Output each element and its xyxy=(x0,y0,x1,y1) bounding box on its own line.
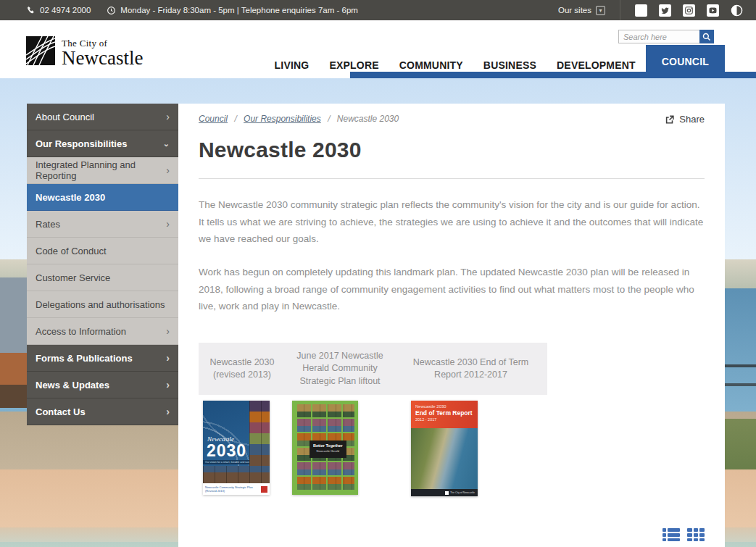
sidebar-item-delegations[interactable]: Delegations and authorisations xyxy=(27,291,178,318)
cover2-badge: Better Together Newcastle Herald xyxy=(310,440,346,458)
cover3-logo xyxy=(445,491,449,495)
cover3-aerial-photo xyxy=(411,428,478,489)
chevron-right-icon: › xyxy=(166,219,170,229)
sidebar-item-access-to-information[interactable]: Access to Information› xyxy=(27,318,178,345)
column-header-3: Newcastle 2030 End of Term Report 2012-2… xyxy=(394,343,547,396)
sidebar-item-news-updates[interactable]: News & Updates› xyxy=(27,372,178,398)
sidebar-item-our-responsibilities[interactable]: Our Responsibilities⌄ xyxy=(27,130,178,157)
topbar-right: Our sites ▾ xyxy=(558,0,756,20)
page-title: Newcastle 2030 xyxy=(199,138,705,162)
grid-view-icon[interactable] xyxy=(687,528,705,541)
sidebar-item-rates[interactable]: Rates› xyxy=(27,211,178,238)
twitter-icon[interactable] xyxy=(659,4,671,17)
documents-covers-row: Newcastle 2030 Our vision for a smart, l… xyxy=(199,401,547,509)
paragraph-1: The Newcastle 2030 community strategic p… xyxy=(199,196,705,248)
contrast-toggle-icon[interactable] xyxy=(731,4,743,17)
column-header-1: Newcastle 2030 (revised 2013) xyxy=(199,343,286,396)
divider xyxy=(620,0,620,20)
site-header: The City of Newcastle LIVING EXPLORE COM… xyxy=(0,20,756,78)
cover1-photo-strip xyxy=(249,401,270,466)
cover1-logo xyxy=(261,486,267,493)
sidebar-item-forms-publications[interactable]: Forms & Publications› xyxy=(27,345,178,372)
instagram-icon[interactable] xyxy=(683,4,695,17)
phone-icon xyxy=(26,6,36,15)
cover-newcastle-2030-plan[interactable]: Newcastle 2030 Our vision for a smart, l… xyxy=(203,401,270,495)
facebook-icon[interactable] xyxy=(635,4,647,17)
cover-herald-liftout[interactable]: Better Together Newcastle Herald xyxy=(292,401,358,495)
chevron-down-icon: ▾ xyxy=(596,6,605,15)
breadcrumb: Council / Our Responsibilities / Newcast… xyxy=(199,112,399,124)
breadcrumb-current: Newcastle 2030 xyxy=(337,114,399,124)
sidebar-item-about-council[interactable]: About Council› xyxy=(27,104,178,130)
body-copy: The Newcastle 2030 community strategic p… xyxy=(199,196,705,315)
divider xyxy=(199,178,705,179)
site-search xyxy=(618,30,714,43)
our-sites-dropdown[interactable]: Our sites ▾ xyxy=(558,6,605,15)
chevron-right-icon: › xyxy=(166,406,170,417)
chevron-right-icon: › xyxy=(166,112,170,122)
youtube-icon[interactable] xyxy=(707,4,719,17)
sidebar-item-integrated-planning[interactable]: Integrated Planning and Reporting› xyxy=(27,157,178,184)
cover-end-of-term-report[interactable]: Newcastle 2030 End of Term Report 2012 -… xyxy=(411,401,478,496)
cover1-photo-row xyxy=(203,466,270,483)
list-view-icon[interactable] xyxy=(662,528,680,541)
site-logo[interactable]: The City of Newcastle xyxy=(26,36,143,68)
chevron-right-icon: › xyxy=(166,353,170,363)
social-links xyxy=(635,4,743,17)
search-icon xyxy=(702,33,711,41)
search-button[interactable] xyxy=(699,30,714,43)
topbar-left: 02 4974 2000 Monday - Friday 8:30am - 5p… xyxy=(0,6,558,15)
newcastle-logo-icon xyxy=(26,36,55,65)
sidebar-item-contact-us[interactable]: Contact Us› xyxy=(27,398,178,425)
share-icon xyxy=(665,114,675,125)
breadcrumb-our-responsibilities[interactable]: Our Responsibilities xyxy=(244,114,321,124)
clock-icon xyxy=(107,6,116,15)
documents-table-header: Newcastle 2030 (revised 2013) June 2017 … xyxy=(199,343,547,396)
top-utility-bar: 02 4974 2000 Monday - Friday 8:30am - 5p… xyxy=(0,0,756,20)
chevron-down-icon: ⌄ xyxy=(163,140,170,148)
sidebar-menu: About Council› Our Responsibilities⌄ Int… xyxy=(27,104,178,425)
logo-text: The City of Newcastle xyxy=(62,36,143,68)
sidebar-item-customer-service[interactable]: Customer Service xyxy=(27,264,178,291)
breadcrumb-council[interactable]: Council xyxy=(199,114,228,124)
content-panel: Council / Our Responsibilities / Newcast… xyxy=(178,104,725,547)
opening-hours: Monday - Friday 8:30am - 5pm | Telephone… xyxy=(107,6,358,15)
nav-underline xyxy=(350,72,756,78)
share-button[interactable]: Share xyxy=(665,112,705,125)
documents-table: Newcastle 2030 (revised 2013) June 2017 … xyxy=(199,343,547,510)
cover1-blue-art: Newcastle 2030 Our vision for a smart, l… xyxy=(203,401,249,466)
search-input[interactable] xyxy=(618,30,699,43)
column-header-2: June 2017 Newcastle Herald Community Str… xyxy=(286,343,394,396)
cover1-footer: Newcastle Community Strategic Plan(Revis… xyxy=(203,483,270,495)
chevron-right-icon: › xyxy=(166,165,170,175)
chevron-right-icon: › xyxy=(166,326,170,336)
cover3-footer: The City of Newcastle xyxy=(411,489,478,496)
phone-number: 02 4974 2000 xyxy=(26,6,91,15)
chevron-right-icon: › xyxy=(166,380,170,390)
view-toggles xyxy=(199,528,705,541)
sidebar-item-code-of-conduct[interactable]: Code of Conduct xyxy=(27,238,178,264)
cover3-title-band: Newcastle 2030 End of Term Report 2012 -… xyxy=(411,401,478,428)
nav-living[interactable]: LIVING xyxy=(265,51,320,78)
paragraph-2: Work has begun on completely updating th… xyxy=(199,264,705,315)
sidebar-item-newcastle-2030[interactable]: Newcastle 2030 xyxy=(27,184,178,211)
